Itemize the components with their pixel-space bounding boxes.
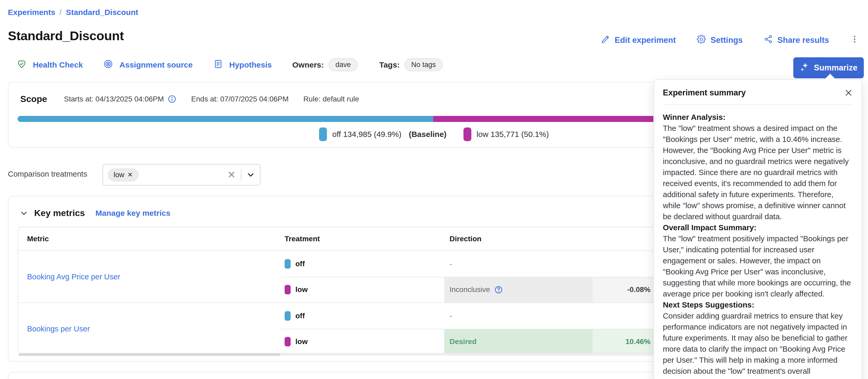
scope-rule: Rule: default rule xyxy=(303,95,359,103)
metric-link[interactable]: Bookings per User xyxy=(27,324,90,333)
question-circle-icon[interactable] xyxy=(494,285,503,294)
winner-analysis-text: The "low" treatment shows a desired impa… xyxy=(663,123,853,222)
header-actions: Edit experiment Settings Share results xyxy=(601,35,859,46)
change-cell xyxy=(593,303,655,329)
select-divider xyxy=(241,169,242,181)
tags-label: Tags: xyxy=(379,61,400,69)
overall-impact-text: The "low" treatment positively impacted … xyxy=(663,233,853,299)
share-results-label: Share results xyxy=(777,35,829,45)
breadcrumb-separator: / xyxy=(59,8,62,17)
breadcrumb-current-link[interactable]: Standard_Discount xyxy=(66,8,138,17)
change-cell: 10.46% xyxy=(593,329,655,353)
treatment-name: off xyxy=(296,312,305,320)
select-clear-icon[interactable]: ✕ xyxy=(227,170,236,180)
info-icon[interactable] xyxy=(167,95,177,104)
owner-badge: dave xyxy=(329,58,358,71)
comparison-treatments-label: Comparison treatments xyxy=(8,170,87,178)
gear-icon xyxy=(697,35,706,46)
settings-label: Settings xyxy=(710,35,743,45)
overall-impact-heading: Overall Impact Summary: xyxy=(663,222,853,233)
allocation-segment-off xyxy=(18,116,433,122)
bullseye-icon xyxy=(103,59,113,71)
hypothesis-label: Hypothesis xyxy=(229,61,272,69)
legend-text-off: off 134,985 (49.9%) xyxy=(332,130,401,139)
scope-ends-at: Ends at: 07/07/2025 04:06PM xyxy=(191,95,289,103)
winner-analysis-heading: Winner Analysis: xyxy=(663,112,853,123)
settings-button[interactable]: Settings xyxy=(697,35,743,46)
health-check-label: Health Check xyxy=(33,61,83,69)
tags-badge: No tags xyxy=(405,58,443,71)
experiment-page: Experiments / Standard_Discount Standard… xyxy=(0,0,868,379)
manage-key-metrics-link[interactable]: Manage key metrics xyxy=(95,209,170,218)
column-header-metric: Metric xyxy=(18,235,281,243)
note-icon xyxy=(213,59,223,71)
direction-cell-desired: Desired xyxy=(444,329,593,353)
heart-check-icon xyxy=(17,59,27,71)
treatment-swatch-low xyxy=(285,337,291,346)
breadcrumb: Experiments / Standard_Discount xyxy=(8,8,138,17)
column-header-treatment: Treatment xyxy=(281,235,444,243)
health-check-link[interactable]: Health Check xyxy=(17,59,83,71)
sparkles-icon xyxy=(800,62,810,74)
direction-cell: - xyxy=(444,303,593,329)
treatment-swatch-off xyxy=(285,259,291,269)
experiment-summary-panel: Experiment summary Winner Analysis: The … xyxy=(653,79,862,379)
scrollbar-thumb[interactable] xyxy=(19,353,280,356)
treatment-chip-low[interactable]: low ✕ xyxy=(108,169,138,181)
scope-starts-at: Starts at: 04/13/2025 04:06PM xyxy=(64,95,177,104)
key-metrics-collapse-chevron-icon[interactable] xyxy=(20,209,28,217)
legend-item-off: off 134,985 (49.9%) (Baseline) xyxy=(319,128,446,141)
summary-panel-body: Winner Analysis: The "low" treatment sho… xyxy=(654,105,862,377)
legend-swatch-low xyxy=(463,128,471,141)
next-steps-text: Consider adding guardrail metrics to ens… xyxy=(663,310,853,377)
select-chevron-down-icon[interactable] xyxy=(247,171,255,179)
kebab-icon xyxy=(850,35,859,46)
page-title: Standard_Discount xyxy=(8,28,124,43)
assignment-source-label: Assignment source xyxy=(119,61,192,69)
treatment-swatch-off xyxy=(285,311,291,321)
treatment-name: low xyxy=(296,338,308,346)
edit-experiment-label: Edit experiment xyxy=(615,35,676,45)
metric-link[interactable]: Booking Avg Price per User xyxy=(27,273,120,281)
column-header-direction: Direction xyxy=(444,235,593,243)
treatment-name: off xyxy=(296,260,305,268)
share-icon xyxy=(764,35,773,46)
treatment-swatch-low xyxy=(285,285,291,295)
assignment-source-link[interactable]: Assignment source xyxy=(103,59,192,71)
close-icon[interactable] xyxy=(844,89,853,97)
legend-item-low: low 135,771 (50.1%) xyxy=(463,128,549,141)
next-steps-heading: Next Steps Suggestions: xyxy=(663,299,853,310)
edit-experiment-button[interactable]: Edit experiment xyxy=(601,35,676,46)
hypothesis-link[interactable]: Hypothesis xyxy=(213,59,272,71)
experiment-meta-row: Health Check Assignment source Hypothesi… xyxy=(17,58,443,71)
treatment-chip-label: low xyxy=(114,171,124,179)
chip-remove-icon[interactable]: ✕ xyxy=(128,171,133,178)
share-results-button[interactable]: Share results xyxy=(764,35,829,46)
comparison-treatments-select[interactable]: low ✕ ✕ xyxy=(102,164,260,185)
scope-title: Scope xyxy=(20,94,47,104)
legend-text-low: low 135,771 (50.1%) xyxy=(476,130,549,139)
direction-cell: - xyxy=(444,251,593,277)
more-options-button[interactable] xyxy=(850,35,859,46)
summary-panel-title: Experiment summary xyxy=(663,88,746,98)
change-cell: -0.08% xyxy=(593,277,655,303)
direction-cell-inconclusive: Inconclusive xyxy=(444,277,593,303)
summarize-label: Summarize xyxy=(814,63,857,73)
legend-swatch-off xyxy=(319,128,327,141)
owners-label: Owners: xyxy=(292,61,324,69)
breadcrumb-experiments-link[interactable]: Experiments xyxy=(8,8,55,17)
treatment-name: low xyxy=(296,285,308,294)
legend-baseline-tag: (Baseline) xyxy=(409,130,446,139)
key-metrics-title: Key metrics xyxy=(34,208,85,218)
change-cell xyxy=(593,251,655,277)
pencil-icon xyxy=(601,35,610,46)
